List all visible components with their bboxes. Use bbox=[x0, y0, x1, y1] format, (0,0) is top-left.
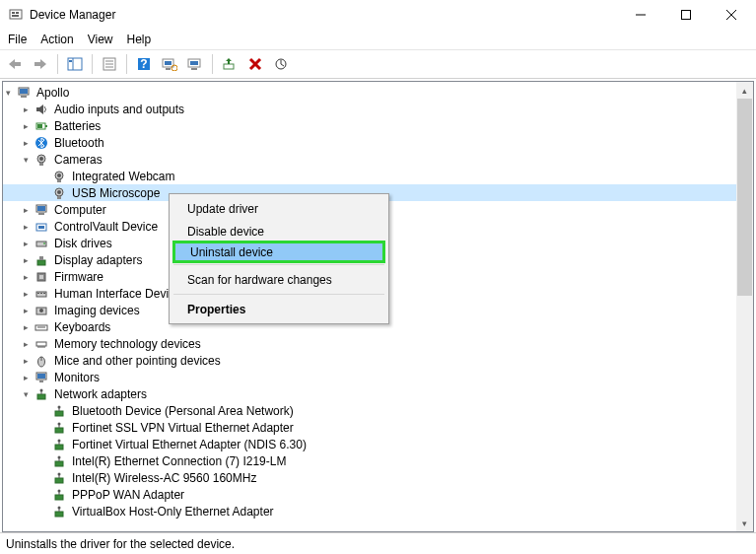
expander-icon[interactable]: ▸ bbox=[21, 120, 32, 131]
expander-icon[interactable]: ▸ bbox=[21, 137, 32, 148]
svg-rect-96 bbox=[55, 512, 63, 517]
expander-icon[interactable]: ▾ bbox=[21, 388, 32, 399]
monitor-button[interactable] bbox=[184, 53, 206, 75]
back-button[interactable] bbox=[4, 53, 26, 75]
tree-label: PPPoP WAN Adapter bbox=[70, 488, 186, 502]
tree-item-net-vbox[interactable]: VirtualBox Host-Only Ethernet Adapter bbox=[3, 503, 736, 519]
audio-icon bbox=[34, 102, 49, 117]
svg-rect-75 bbox=[37, 394, 45, 399]
disk-icon bbox=[34, 236, 49, 251]
network-icon bbox=[51, 453, 67, 469]
tree-item-cameras[interactable]: ▾ Cameras bbox=[3, 151, 736, 168]
refresh-button[interactable] bbox=[270, 53, 292, 75]
ctx-uninstall-device[interactable]: Uninstall device bbox=[172, 241, 385, 263]
expander-icon[interactable]: ▸ bbox=[21, 104, 32, 114]
tree-label: Keyboards bbox=[52, 320, 112, 334]
tree-label: Mice and other pointing devices bbox=[52, 354, 223, 368]
menu-help[interactable]: Help bbox=[127, 33, 152, 46]
expander-icon[interactable]: ▾ bbox=[21, 154, 32, 165]
menu-file[interactable]: File bbox=[8, 33, 27, 46]
expander-icon[interactable]: ▸ bbox=[21, 221, 32, 232]
ctx-disable-device[interactable]: Disable device bbox=[172, 220, 385, 242]
tree-item-memtech[interactable]: ▸ Memory technology devices bbox=[3, 335, 736, 352]
expander-icon[interactable]: ▾ bbox=[3, 87, 14, 98]
tree-item-net-forti[interactable]: Fortinet Virtual Ethernet Adapter (NDIS … bbox=[3, 436, 736, 452]
expander-icon[interactable]: ▸ bbox=[21, 204, 32, 215]
svg-point-89 bbox=[58, 455, 61, 458]
forward-button[interactable] bbox=[30, 53, 51, 75]
svg-rect-42 bbox=[57, 179, 61, 182]
ctx-scan-hardware[interactable]: Scan for hardware changes bbox=[172, 268, 385, 291]
close-button[interactable] bbox=[709, 0, 754, 30]
hid-icon bbox=[34, 286, 49, 302]
expander-icon[interactable]: ▸ bbox=[21, 321, 32, 332]
menu-view[interactable]: View bbox=[88, 33, 113, 46]
svg-rect-78 bbox=[55, 411, 63, 416]
tree-item-mice[interactable]: ▸ Mice and other pointing devices bbox=[3, 352, 736, 369]
tree-label: Imaging devices bbox=[52, 304, 142, 317]
tree-root[interactable]: ▾ Apollo bbox=[3, 84, 736, 101]
expander-icon[interactable]: ▸ bbox=[21, 355, 32, 366]
svg-point-22 bbox=[172, 65, 177, 71]
ctx-properties[interactable]: Properties bbox=[172, 298, 385, 320]
scanhw-button[interactable] bbox=[159, 53, 180, 75]
scroll-down-icon[interactable]: ▾ bbox=[736, 515, 753, 531]
tree-item-net-pppop[interactable]: PPPoP WAN Adapter bbox=[3, 486, 736, 503]
svg-rect-87 bbox=[55, 461, 63, 466]
svg-point-80 bbox=[58, 405, 61, 408]
expander-icon[interactable]: ▸ bbox=[21, 288, 32, 299]
display-icon bbox=[34, 252, 49, 268]
svg-point-44 bbox=[57, 190, 61, 194]
scroll-thumb[interactable] bbox=[737, 99, 752, 296]
expander-icon[interactable]: ▸ bbox=[21, 305, 32, 315]
ctx-separator bbox=[173, 294, 384, 295]
expander-icon[interactable]: ▸ bbox=[21, 254, 32, 265]
svg-point-86 bbox=[58, 439, 61, 442]
expander-icon[interactable]: ▸ bbox=[21, 238, 32, 248]
menu-action[interactable]: Action bbox=[40, 33, 73, 46]
expander-icon[interactable]: ▸ bbox=[21, 338, 32, 349]
minimize-button[interactable] bbox=[618, 0, 663, 30]
mouse-icon bbox=[34, 353, 49, 369]
tree-item-net-fortissl[interactable]: Fortinet SSL VPN Virtual Ethernet Adapte… bbox=[3, 419, 736, 436]
svg-point-41 bbox=[57, 173, 61, 177]
expander-icon[interactable]: ▸ bbox=[21, 372, 32, 382]
vertical-scrollbar[interactable]: ▴ ▾ bbox=[736, 82, 753, 531]
svg-rect-47 bbox=[37, 206, 45, 211]
svg-rect-35 bbox=[37, 124, 42, 128]
svg-rect-73 bbox=[37, 374, 45, 379]
tree-item-batteries[interactable]: ▸ Batteries bbox=[3, 117, 736, 134]
ctx-update-driver[interactable]: Update driver bbox=[172, 197, 385, 220]
showhide-button[interactable] bbox=[64, 53, 86, 75]
addhw-button[interactable] bbox=[219, 53, 241, 75]
uninstall-button[interactable] bbox=[244, 53, 266, 75]
tree-item-integrated-webcam[interactable]: Integrated Webcam bbox=[3, 168, 736, 184]
tree-label: Disk drives bbox=[52, 237, 114, 250]
camera-icon bbox=[51, 169, 67, 184]
help-button[interactable]: ? bbox=[133, 53, 155, 75]
network-icon bbox=[51, 437, 67, 452]
tree-item-audio[interactable]: ▸ Audio inputs and outputs bbox=[3, 101, 736, 117]
expander-icon[interactable]: ▸ bbox=[21, 271, 32, 282]
svg-point-38 bbox=[39, 157, 43, 161]
scroll-up-icon[interactable]: ▴ bbox=[736, 82, 753, 99]
keyboard-icon bbox=[34, 319, 49, 335]
tree-item-net-iwifi[interactable]: Intel(R) Wireless-AC 9560 160MHz bbox=[3, 469, 736, 486]
tree-item-network[interactable]: ▾ Network adapters bbox=[3, 385, 736, 402]
svg-rect-60 bbox=[43, 293, 45, 294]
svg-rect-93 bbox=[55, 495, 63, 500]
svg-rect-65 bbox=[36, 342, 46, 346]
properties-button[interactable] bbox=[99, 53, 120, 75]
tree-item-monitors[interactable]: ▸ Monitors bbox=[3, 369, 736, 385]
svg-rect-45 bbox=[57, 196, 61, 199]
tree-label: Apollo bbox=[34, 86, 71, 100]
imaging-icon bbox=[34, 303, 49, 318]
maximize-button[interactable] bbox=[663, 0, 709, 30]
tree-item-net-bt[interactable]: Bluetooth Device (Personal Area Network) bbox=[3, 402, 736, 419]
tree-panel: ▾ Apollo ▸ Audio inputs and outputs ▸ Ba… bbox=[2, 81, 754, 532]
tree-item-bluetooth[interactable]: ▸ Bluetooth bbox=[3, 134, 736, 151]
svg-text:?: ? bbox=[140, 57, 147, 71]
tree-label: Audio inputs and outputs bbox=[52, 103, 186, 116]
toolbar: ? bbox=[0, 49, 756, 79]
tree-item-net-ieth[interactable]: Intel(R) Ethernet Connection (7) I219-LM bbox=[3, 452, 736, 469]
